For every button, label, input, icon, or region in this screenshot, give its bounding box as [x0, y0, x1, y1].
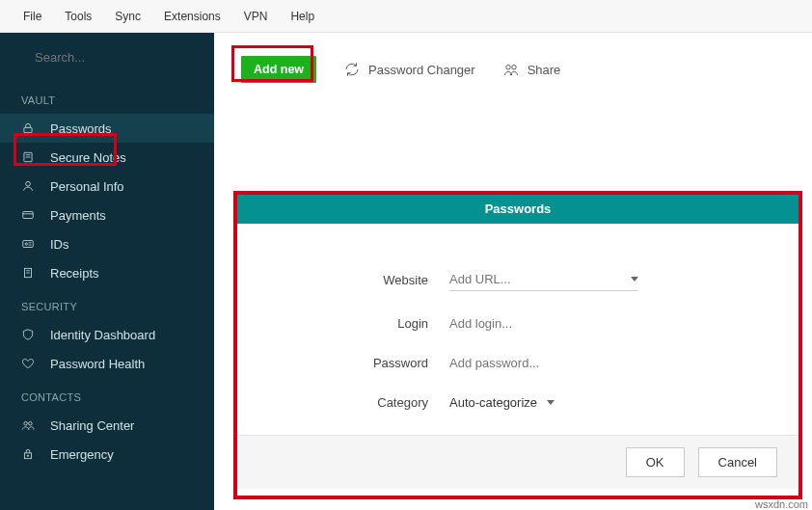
- heart-icon: [21, 357, 35, 370]
- svg-line-1: [18, 57, 19, 58]
- sidebar-item-passwords[interactable]: Passwords: [0, 114, 214, 143]
- search-bar[interactable]: [0, 33, 214, 81]
- svg-point-16: [24, 422, 28, 426]
- section-security: SECURITY: [0, 287, 214, 320]
- share-button[interactable]: Share: [502, 61, 561, 78]
- section-vault: VAULT: [0, 81, 214, 114]
- highlight-panel: Passwords Website Login Password: [233, 191, 802, 499]
- chevron-down-icon: [547, 400, 555, 405]
- login-input[interactable]: [449, 316, 638, 331]
- sidebar-item-label: IDs: [50, 237, 69, 252]
- label-website: Website: [257, 273, 449, 287]
- sidebar-item-label: Secure Notes: [50, 150, 126, 165]
- label-login: Login: [257, 316, 449, 331]
- menu-sync[interactable]: Sync: [103, 0, 152, 33]
- sidebar-item-label: Personal Info: [50, 179, 124, 194]
- id-icon: [21, 237, 35, 251]
- sidebar-item-ids[interactable]: IDs: [0, 229, 214, 258]
- sidebar-item-password-health[interactable]: Password Health: [0, 349, 214, 378]
- svg-point-6: [26, 181, 31, 186]
- password-changer-label: Password Changer: [368, 63, 475, 77]
- password-input[interactable]: [449, 356, 638, 370]
- sidebar-item-label: Sharing Center: [50, 418, 134, 433]
- chevron-down-icon[interactable]: [631, 277, 638, 282]
- svg-rect-2: [24, 127, 32, 132]
- sidebar-item-receipts[interactable]: Receipts: [0, 258, 214, 287]
- sidebar-item-sharing-center[interactable]: Sharing Center: [0, 411, 214, 440]
- sidebar-item-label: Identity Dashboard: [50, 328, 155, 342]
- row-website: Website: [257, 268, 779, 291]
- row-category: Category Auto-categorize: [257, 395, 779, 410]
- menu-extensions[interactable]: Extensions: [152, 0, 232, 33]
- note-icon: [21, 150, 35, 164]
- sidebar: VAULT Passwords Secure Notes Personal In…: [0, 33, 214, 510]
- sidebar-item-label: Receipts: [50, 266, 99, 281]
- sidebar-item-secure-notes[interactable]: Secure Notes: [0, 143, 214, 172]
- share-icon: [502, 61, 520, 78]
- sidebar-item-label: Payments: [50, 208, 106, 223]
- sidebar-item-emergency[interactable]: Emergency: [0, 440, 214, 469]
- sidebar-item-label: Passwords: [50, 121, 112, 136]
- svg-point-17: [29, 422, 32, 426]
- sidebar-item-label: Emergency: [50, 447, 114, 462]
- svg-rect-9: [23, 241, 34, 248]
- menu-tools[interactable]: Tools: [53, 0, 103, 33]
- share-label: Share: [528, 63, 561, 77]
- website-input[interactable]: [449, 272, 631, 286]
- people-icon: [21, 418, 35, 432]
- refresh-icon: [343, 61, 361, 78]
- sidebar-item-personal-info[interactable]: Personal Info: [0, 172, 214, 201]
- shield-icon: [21, 328, 35, 341]
- add-new-button[interactable]: Add new: [241, 56, 316, 83]
- panel-footer: OK Cancel: [237, 435, 798, 489]
- sidebar-item-label: Password Health: [50, 357, 145, 371]
- search-icon: [17, 50, 19, 64]
- cancel-button[interactable]: Cancel: [698, 447, 777, 477]
- row-password: Password: [257, 356, 779, 370]
- category-value: Auto-categorize: [449, 395, 537, 410]
- main-area: Add new Password Changer Share Passwords…: [214, 33, 812, 510]
- svg-point-22: [511, 66, 516, 70]
- label-password: Password: [257, 356, 449, 370]
- menu-vpn[interactable]: VPN: [232, 0, 280, 33]
- menu-help[interactable]: Help: [279, 0, 326, 33]
- panel-body: Website Login Password Category: [237, 224, 798, 410]
- svg-point-0: [17, 56, 18, 57]
- watermark: wsxdn.com: [755, 498, 808, 510]
- svg-point-10: [25, 243, 27, 245]
- emergency-icon: [21, 447, 35, 461]
- menubar: File Tools Sync Extensions VPN Help: [0, 0, 812, 33]
- section-contacts: CONTACTS: [0, 378, 214, 411]
- toolbar: Add new Password Changer Share: [214, 33, 812, 94]
- menu-file[interactable]: File: [12, 0, 53, 33]
- lock-icon: [21, 121, 35, 135]
- sidebar-item-payments[interactable]: Payments: [0, 201, 214, 229]
- panel-title: Passwords: [237, 195, 798, 224]
- svg-point-21: [505, 66, 510, 70]
- sidebar-item-identity-dashboard[interactable]: Identity Dashboard: [0, 320, 214, 349]
- row-login: Login: [257, 316, 779, 331]
- receipt-icon: [21, 266, 35, 280]
- svg-rect-7: [23, 212, 34, 219]
- category-select[interactable]: Auto-categorize: [449, 395, 555, 410]
- ok-button[interactable]: OK: [626, 447, 685, 477]
- search-input[interactable]: [35, 50, 197, 65]
- person-icon: [21, 179, 35, 193]
- password-changer-button[interactable]: Password Changer: [343, 61, 475, 78]
- card-icon: [21, 208, 35, 222]
- label-category: Category: [257, 395, 449, 410]
